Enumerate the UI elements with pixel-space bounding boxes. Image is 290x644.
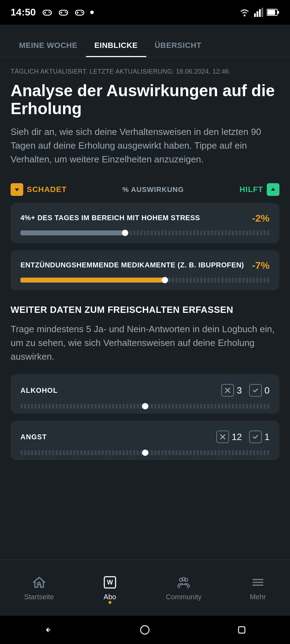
- angst-no-count: 12: [232, 432, 242, 442]
- tab-meine-woche[interactable]: MEINE WOCHE: [11, 35, 86, 57]
- locked-card-angst-header: ANGST 12: [20, 431, 270, 443]
- locked-card-alkohol[interactable]: ALKOHOL 3: [11, 374, 279, 414]
- legend-row: SCHADET % AUSWIRKUNG HILFT: [11, 183, 279, 196]
- svg-point-8: [64, 12, 66, 13]
- main-content: MEINE WOCHE EINBLICKE ÜBERSICHT TÄGLICH …: [0, 25, 290, 559]
- nav-mehr[interactable]: Mehr: [243, 571, 273, 605]
- behavior-card-0-header: 4%+ DES TAGES IM BEREICH MIT HOHEM STRES…: [20, 213, 270, 224]
- mehr-icon: [250, 575, 266, 590]
- angst-no-group: 12: [216, 431, 242, 443]
- back-button[interactable]: [39, 621, 57, 639]
- behavior-card-1-value: -7%: [252, 260, 270, 271]
- notification-dot: [90, 11, 94, 14]
- behavior-card-1-dot: [162, 277, 168, 283]
- locked-card-alkohol-counts: 3 0: [221, 384, 270, 397]
- schadet-label: SCHADET: [27, 185, 67, 194]
- battery-icon: [267, 8, 279, 16]
- alkohol-no-icon: [221, 384, 234, 397]
- svg-rect-22: [278, 11, 279, 14]
- nav-mehr-label: Mehr: [250, 593, 266, 601]
- svg-rect-19: [261, 8, 263, 17]
- alkohol-no-count: 3: [237, 385, 242, 396]
- status-time: 14:50: [11, 7, 36, 18]
- status-right-icons: [239, 8, 279, 17]
- alkohol-yes-group: 0: [249, 384, 270, 397]
- svg-point-14: [82, 12, 83, 13]
- update-label: TÄGLICH AKTUALISIERT. LETZTE AKTUALISIER…: [11, 68, 279, 75]
- behavior-card-1-progress: [20, 278, 270, 283]
- abo-notification-dot: [109, 601, 111, 604]
- behavior-card-1-fill: [20, 278, 165, 283]
- behavior-card-0-progress: [20, 230, 270, 235]
- svg-point-9: [66, 12, 67, 13]
- alkohol-progress: [20, 404, 270, 409]
- tab-einblicke[interactable]: EINBLICKE: [86, 35, 146, 57]
- android-nav: [0, 616, 290, 644]
- nav-abo-label: Abo: [104, 593, 116, 601]
- hilft-label: HILFT: [240, 185, 263, 194]
- svg-rect-36: [239, 627, 245, 633]
- wifi-icon: [239, 8, 251, 17]
- behavior-card-1-header: ENTZÜNDUNGSHEMMENDE MEDIKAMENTE (Z. B. I…: [20, 260, 270, 271]
- game-icon-1: [42, 7, 53, 17]
- page-content: TÄGLICH AKTUALISIERT. LETZTE AKTUALISIER…: [0, 57, 290, 559]
- angst-no-icon: [216, 431, 229, 443]
- page-description: Sieh dir an, wie sich deine Verhaltenswe…: [11, 125, 279, 166]
- legend-center-label: % AUSWIRKUNG: [122, 186, 184, 194]
- page-title: Analyse der Auswirkungen auf die Erholun…: [11, 82, 279, 117]
- community-icon: [176, 575, 191, 590]
- behavior-card-1-title: ENTZÜNDUNGSHEMMENDE MEDIKAMENTE (Z. B. I…: [20, 260, 252, 270]
- svg-point-3: [48, 12, 49, 13]
- behavior-card-1[interactable]: ENTZÜNDUNGSHEMMENDE MEDIKAMENTE (Z. B. I…: [11, 250, 279, 290]
- locked-card-angst-title: ANGST: [20, 433, 47, 441]
- legend-hilft: HILFT: [240, 183, 279, 196]
- behavior-card-0-title: 4%+ DES TAGES IM BEREICH MIT HOHEM STRES…: [20, 213, 252, 223]
- behavior-card-0-dot: [122, 230, 128, 236]
- recents-button[interactable]: [233, 621, 251, 639]
- svg-point-4: [49, 12, 50, 13]
- alkohol-progress-dot: [142, 403, 148, 409]
- startseite-icon: [31, 575, 47, 590]
- behavior-card-0-value: -2%: [252, 213, 270, 224]
- svg-rect-18: [259, 9, 261, 17]
- behavior-card-0[interactable]: 4%+ DES TAGES IM BEREICH MIT HOHEM STRES…: [11, 203, 279, 243]
- signal-icon: [254, 8, 263, 17]
- status-bar: 14:50: [0, 0, 290, 25]
- svg-rect-21: [267, 10, 275, 15]
- angst-yes-group: 1: [249, 431, 270, 443]
- schadet-arrow-icon: [11, 183, 23, 196]
- angst-progress: [20, 450, 270, 455]
- alkohol-yes-icon: [249, 384, 262, 397]
- svg-text:W: W: [107, 579, 113, 586]
- alkohol-no-group: 3: [221, 384, 242, 397]
- abo-icon: W: [102, 575, 118, 590]
- behavior-card-0-fill: [20, 230, 125, 235]
- alkohol-yes-count: 0: [265, 385, 270, 396]
- bottom-nav: Startseite W Abo Comm: [0, 559, 290, 616]
- locked-card-angst-counts: 12 1: [216, 431, 270, 443]
- angst-yes-count: 1: [265, 432, 270, 442]
- svg-rect-17: [257, 11, 258, 17]
- locked-card-alkohol-header: ALKOHOL 3: [20, 384, 270, 397]
- nav-startseite-label: Startseite: [24, 593, 54, 601]
- hilft-arrow-icon: [267, 183, 279, 196]
- section-description: Trage mindestens 5 Ja- und Nein-Antworte…: [11, 322, 279, 364]
- angst-yes-icon: [249, 431, 262, 443]
- game-icon-3: [74, 7, 85, 17]
- tab-uebersicht[interactable]: ÜBERSICHT: [146, 35, 210, 57]
- nav-abo[interactable]: W Abo: [95, 571, 125, 605]
- section-header: WEITER DATEN ZUM FREISCHALTEN ERFASSEN: [11, 304, 279, 315]
- nav-startseite[interactable]: Startseite: [17, 571, 61, 605]
- locked-card-alkohol-title: ALKOHOL: [20, 386, 58, 395]
- tabs-container: MEINE WOCHE EINBLICKE ÜBERSICHT: [0, 25, 290, 57]
- game-icon-2: [58, 7, 69, 17]
- angst-progress-dot: [142, 450, 148, 456]
- svg-point-15: [244, 15, 246, 17]
- svg-point-13: [81, 12, 82, 13]
- home-button[interactable]: [136, 621, 154, 639]
- svg-rect-16: [254, 13, 256, 17]
- locked-card-angst[interactable]: ANGST 12: [11, 421, 279, 460]
- nav-community-label: Community: [166, 593, 202, 601]
- status-app-icons: [42, 7, 94, 17]
- nav-community[interactable]: Community: [159, 571, 209, 605]
